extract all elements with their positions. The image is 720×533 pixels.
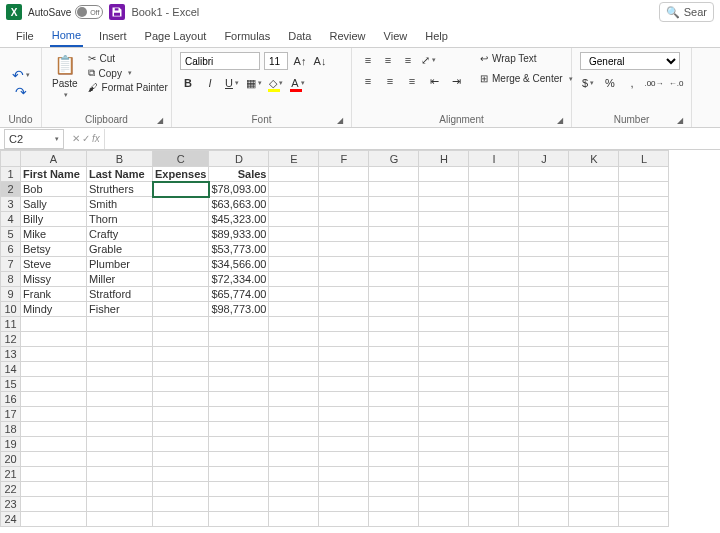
- cell-G8[interactable]: [369, 272, 419, 287]
- cell-A2[interactable]: Bob: [21, 182, 87, 197]
- search-box[interactable]: 🔍 Sear: [659, 2, 714, 22]
- cell-F2[interactable]: [319, 182, 369, 197]
- row-header-7[interactable]: 7: [1, 257, 21, 272]
- underline-button[interactable]: U▾: [224, 75, 240, 91]
- comma-format-icon[interactable]: ,: [624, 75, 640, 91]
- cell-I16[interactable]: [469, 392, 519, 407]
- formula-input[interactable]: [104, 129, 720, 149]
- number-format-select[interactable]: General: [580, 52, 680, 70]
- increase-font-icon[interactable]: A↑: [292, 53, 308, 69]
- cell-J13[interactable]: [519, 347, 569, 362]
- cell-J4[interactable]: [519, 212, 569, 227]
- row-header-12[interactable]: 12: [1, 332, 21, 347]
- cell-F9[interactable]: [319, 287, 369, 302]
- row-header-14[interactable]: 14: [1, 362, 21, 377]
- cell-B11[interactable]: [87, 317, 153, 332]
- cell-B6[interactable]: Grable: [87, 242, 153, 257]
- cell-F6[interactable]: [319, 242, 369, 257]
- cell-D22[interactable]: [209, 482, 269, 497]
- cell-D8[interactable]: $72,334.00: [209, 272, 269, 287]
- tab-page-layout[interactable]: Page Layout: [143, 26, 209, 46]
- cell-C20[interactable]: [153, 452, 209, 467]
- cell-C1[interactable]: Expenses: [153, 167, 209, 182]
- cell-C4[interactable]: [153, 212, 209, 227]
- cell-H4[interactable]: [419, 212, 469, 227]
- cell-E20[interactable]: [269, 452, 319, 467]
- cell-H15[interactable]: [419, 377, 469, 392]
- cell-F7[interactable]: [319, 257, 369, 272]
- cell-J6[interactable]: [519, 242, 569, 257]
- cell-J12[interactable]: [519, 332, 569, 347]
- cell-J19[interactable]: [519, 437, 569, 452]
- column-header-H[interactable]: H: [419, 151, 469, 167]
- tab-data[interactable]: Data: [286, 26, 313, 46]
- cell-H6[interactable]: [419, 242, 469, 257]
- cell-K14[interactable]: [569, 362, 619, 377]
- cell-H10[interactable]: [419, 302, 469, 317]
- cell-J8[interactable]: [519, 272, 569, 287]
- cell-H18[interactable]: [419, 422, 469, 437]
- cell-L5[interactable]: [619, 227, 669, 242]
- cell-F18[interactable]: [319, 422, 369, 437]
- cell-G4[interactable]: [369, 212, 419, 227]
- row-header-18[interactable]: 18: [1, 422, 21, 437]
- cell-B8[interactable]: Miller: [87, 272, 153, 287]
- cut-button[interactable]: ✂Cut: [86, 52, 170, 65]
- cell-I3[interactable]: [469, 197, 519, 212]
- cell-B15[interactable]: [87, 377, 153, 392]
- cell-I17[interactable]: [469, 407, 519, 422]
- cell-D5[interactable]: $89,933.00: [209, 227, 269, 242]
- cell-D23[interactable]: [209, 497, 269, 512]
- cell-E23[interactable]: [269, 497, 319, 512]
- cell-A6[interactable]: Betsy: [21, 242, 87, 257]
- cell-A13[interactable]: [21, 347, 87, 362]
- cell-D17[interactable]: [209, 407, 269, 422]
- cell-E22[interactable]: [269, 482, 319, 497]
- cell-F17[interactable]: [319, 407, 369, 422]
- paste-button[interactable]: 📋 Paste ▾: [50, 52, 80, 101]
- row-header-6[interactable]: 6: [1, 242, 21, 257]
- cell-A5[interactable]: Mike: [21, 227, 87, 242]
- cell-K8[interactable]: [569, 272, 619, 287]
- cell-F10[interactable]: [319, 302, 369, 317]
- cell-J3[interactable]: [519, 197, 569, 212]
- increase-decimal-icon[interactable]: .00→: [646, 75, 662, 91]
- cell-G13[interactable]: [369, 347, 419, 362]
- cell-L23[interactable]: [619, 497, 669, 512]
- cell-H20[interactable]: [419, 452, 469, 467]
- dialog-launcher-icon[interactable]: ◢: [157, 116, 163, 125]
- align-top-icon[interactable]: ≡: [360, 52, 376, 68]
- tab-review[interactable]: Review: [327, 26, 367, 46]
- cell-F4[interactable]: [319, 212, 369, 227]
- row-header-3[interactable]: 3: [1, 197, 21, 212]
- cell-A22[interactable]: [21, 482, 87, 497]
- cell-E21[interactable]: [269, 467, 319, 482]
- cell-A18[interactable]: [21, 422, 87, 437]
- cell-G3[interactable]: [369, 197, 419, 212]
- cell-J17[interactable]: [519, 407, 569, 422]
- row-header-13[interactable]: 13: [1, 347, 21, 362]
- row-header-11[interactable]: 11: [1, 317, 21, 332]
- cell-F3[interactable]: [319, 197, 369, 212]
- row-header-15[interactable]: 15: [1, 377, 21, 392]
- cell-D1[interactable]: Sales: [209, 167, 269, 182]
- cell-C18[interactable]: [153, 422, 209, 437]
- cell-H22[interactable]: [419, 482, 469, 497]
- cell-L17[interactable]: [619, 407, 669, 422]
- cell-L1[interactable]: [619, 167, 669, 182]
- cell-F12[interactable]: [319, 332, 369, 347]
- cell-G5[interactable]: [369, 227, 419, 242]
- cell-B4[interactable]: Thorn: [87, 212, 153, 227]
- cell-J23[interactable]: [519, 497, 569, 512]
- cell-H7[interactable]: [419, 257, 469, 272]
- cell-A23[interactable]: [21, 497, 87, 512]
- cell-I11[interactable]: [469, 317, 519, 332]
- cell-H19[interactable]: [419, 437, 469, 452]
- cell-E15[interactable]: [269, 377, 319, 392]
- column-header-K[interactable]: K: [569, 151, 619, 167]
- autosave-control[interactable]: AutoSave Off: [28, 5, 103, 19]
- column-header-F[interactable]: F: [319, 151, 369, 167]
- align-bottom-icon[interactable]: ≡: [400, 52, 416, 68]
- cell-B16[interactable]: [87, 392, 153, 407]
- cell-C6[interactable]: [153, 242, 209, 257]
